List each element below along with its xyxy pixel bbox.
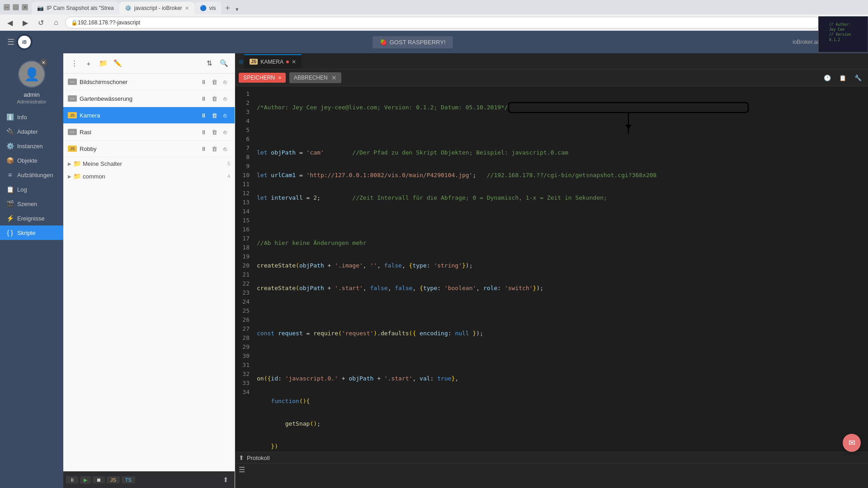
folder-item-meineschalter[interactable]: ▶ 📁 Meine Schalter 5: [63, 157, 235, 170]
script-item-robby[interactable]: JS Robby ⏸ 🗑 ⎋: [63, 141, 235, 157]
script-item-bildschirmschoner[interactable]: — Bildschirmschoner ⏸ 🗑 ⎋: [63, 74, 235, 90]
script-item-gartenbewaesserung[interactable]: — Gartenbewässerung ⏸ 🗑 ⎋: [63, 90, 235, 107]
code-line-11: const request = require('request').defau…: [257, 328, 868, 338]
close-panel-button[interactable]: ✕: [40, 59, 47, 66]
script-list: — Bildschirmschoner ⏸ 🗑 ⎋ — Gartenbewäss…: [63, 74, 235, 471]
save-button[interactable]: SPEICHERN: [239, 73, 286, 83]
host-button[interactable]: 🍓 GOST RASPBERRY!: [373, 36, 453, 48]
avatar-image: 👤: [19, 61, 44, 87]
settings-button[interactable]: 🔧: [852, 71, 864, 84]
delete-bildschirmschoner[interactable]: 🗑: [209, 77, 219, 87]
code-line-8: createState(objPath + '.image', '', fals…: [257, 261, 868, 270]
pause-kamera[interactable]: ⏸: [198, 110, 208, 120]
global-play-button[interactable]: ▶: [80, 476, 91, 484]
host-label: GOST RASPBERRY!: [390, 39, 446, 46]
script-item-kamera[interactable]: JS Kamera ⏸ 🗑 ⎋: [63, 107, 235, 124]
app-container: ☰ iB 🍓 GOST RASPBERRY! ioBroker.admin 3.…: [0, 31, 868, 488]
sidebar-label-szenen: Szenen: [17, 201, 37, 207]
sort-button[interactable]: ⇅: [203, 57, 216, 70]
maximize-button[interactable]: □: [13, 4, 19, 10]
clipboard-button[interactable]: 📋: [836, 71, 849, 84]
delete-rasi[interactable]: 🗑: [209, 127, 219, 137]
unsaved-indicator: [286, 61, 289, 63]
add-script-button[interactable]: +: [82, 57, 95, 70]
expand-panel-button[interactable]: ⬆: [219, 474, 232, 486]
new-tab-button[interactable]: +: [221, 2, 234, 14]
sidebar-item-info[interactable]: ℹ️ Info: [0, 110, 63, 124]
folder-item-common[interactable]: ▶ 📁 common 4: [63, 170, 235, 183]
tab2-close[interactable]: ✕: [185, 5, 189, 11]
back-button[interactable]: ◀: [4, 16, 16, 29]
sidebar-item-aufzaehlungen[interactable]: ≡ Aufzählungen: [0, 168, 63, 182]
browser-tab-1[interactable]: 📷 IP Cam Snapshot als "Strea: [32, 2, 119, 14]
edit-script-button[interactable]: ✏️: [111, 57, 124, 70]
sidebar-item-adapter[interactable]: 🔌 Adapter: [0, 124, 63, 139]
sidebar-item-objekte[interactable]: 📦 Objekte: [0, 153, 63, 168]
sidebar-item-log[interactable]: 📋 Log: [0, 182, 63, 197]
browser-tab-3[interactable]: 🔵 vis: [194, 2, 222, 14]
minimize-button[interactable]: ─: [4, 4, 10, 10]
global-stop-button[interactable]: ⏹: [93, 476, 105, 483]
global-ts-button[interactable]: TS: [122, 476, 135, 483]
refresh-button[interactable]: ↺: [34, 16, 47, 29]
protocol-list-icon: ☰: [239, 466, 245, 474]
pause-gartenbewaesserung[interactable]: ⏸: [198, 94, 208, 103]
code-line-13: on({id: 'javascript.0.' + objPath + '.st…: [257, 374, 868, 383]
pause-bildschirmschoner[interactable]: ⏸: [198, 77, 208, 87]
export-bildschirmschoner[interactable]: ⎋: [220, 77, 230, 87]
pause-rasi[interactable]: ⏸: [198, 127, 208, 137]
export-kamera[interactable]: ⎋: [220, 110, 230, 120]
info-icon: ℹ️: [6, 113, 14, 121]
delete-kamera[interactable]: 🗑: [209, 110, 219, 120]
gutter-icon: ◎: [239, 58, 243, 65]
code-line-1: /*Author: Jey Cee jey-cee@live.com; Vers…: [257, 103, 868, 112]
cancel-button[interactable]: ABBRECHEN ✕: [289, 72, 341, 83]
protocol-expand-icon[interactable]: ⬆: [239, 454, 244, 461]
close-button[interactable]: ✕: [22, 4, 28, 10]
address-bar[interactable]: 🔒 192.168.178.??-javascript: [65, 17, 820, 28]
sidebar-item-szenen[interactable]: 🎬 Szenen: [0, 197, 63, 211]
export-rasi[interactable]: ⎋: [220, 127, 230, 137]
history-button[interactable]: 🕐: [821, 71, 834, 84]
fab-button[interactable]: ✉: [843, 434, 861, 452]
export-gartenbewaesserung[interactable]: ⎋: [220, 94, 230, 103]
editor-tab-close[interactable]: ✕: [292, 59, 296, 65]
global-pause-button[interactable]: ⏸: [66, 476, 78, 483]
hamburger-menu[interactable]: ☰: [5, 35, 16, 49]
script-panel: ⋮ + 📁 ✏️ ⇅ 🔍 — Bildschirmschoner ⏸ 🗑 ⎋: [63, 53, 235, 488]
script-icon-bildschirmschoner: —: [68, 79, 77, 85]
search-button[interactable]: 🔍: [217, 57, 230, 70]
browser-tab-2[interactable]: ⚙️ javascript - ioBroker ✕: [119, 2, 194, 14]
script-actions-bildschirmschoner: ⏸ 🗑 ⎋: [198, 77, 230, 87]
add-folder-button[interactable]: 📁: [97, 57, 109, 70]
tab-dropdown-button[interactable]: ▾: [234, 4, 241, 14]
forward-button[interactable]: ▶: [19, 16, 32, 29]
delete-gartenbewaesserung[interactable]: 🗑: [209, 94, 219, 103]
sidebar-label-skripte: Skripte: [17, 230, 35, 236]
tab1-icon: 📷: [37, 5, 44, 11]
app-header: ☰ iB 🍓 GOST RASPBERRY! ioBroker.admin 3.…: [0, 31, 868, 53]
home-button[interactable]: ⌂: [50, 16, 62, 29]
global-debug-button[interactable]: JS: [107, 476, 120, 483]
code-line-15: getSnap();: [257, 419, 868, 428]
sidebar-item-ereignisse[interactable]: ⚡ Ereignisse: [0, 211, 63, 225]
editor-tab-kamera[interactable]: JS KAMERA ✕: [244, 54, 302, 69]
tab1-title: IP Cam Snapshot als "Strea: [47, 5, 114, 11]
code-content[interactable]: /*Author: Jey Cee jey-cee@live.com; Vers…: [253, 86, 868, 452]
window-controls[interactable]: ─ □ ✕: [4, 4, 28, 10]
nav-menu: ℹ️ Info 🔌 Adapter ⚙️ Instanzen 📦 Objekte…: [0, 110, 63, 240]
ereignisse-icon: ⚡: [6, 215, 14, 222]
delete-robby[interactable]: 🗑: [209, 144, 219, 154]
sidebar-item-skripte[interactable]: { } Skripte: [0, 225, 63, 240]
code-editor-wrapper[interactable]: 123 456 789 101112 131415 161718 192021 …: [235, 86, 868, 452]
panel-menu-button[interactable]: ⋮: [68, 57, 80, 70]
sidebar-item-instanzen[interactable]: ⚙️ Instanzen: [0, 139, 63, 153]
aufzaehlungen-icon: ≡: [6, 171, 14, 178]
script-item-rasi[interactable]: — Rasi ⏸ 🗑 ⎋: [63, 124, 235, 141]
sidebar-label-adapter: Adapter: [17, 128, 38, 135]
folder-toggle-common: ▶: [68, 174, 71, 179]
export-robby[interactable]: ⎋: [220, 144, 230, 154]
script-panel-header: ⋮ + 📁 ✏️ ⇅ 🔍: [63, 53, 235, 74]
pause-robby[interactable]: ⏸: [198, 144, 208, 154]
code-line-14: function(){: [257, 396, 868, 405]
